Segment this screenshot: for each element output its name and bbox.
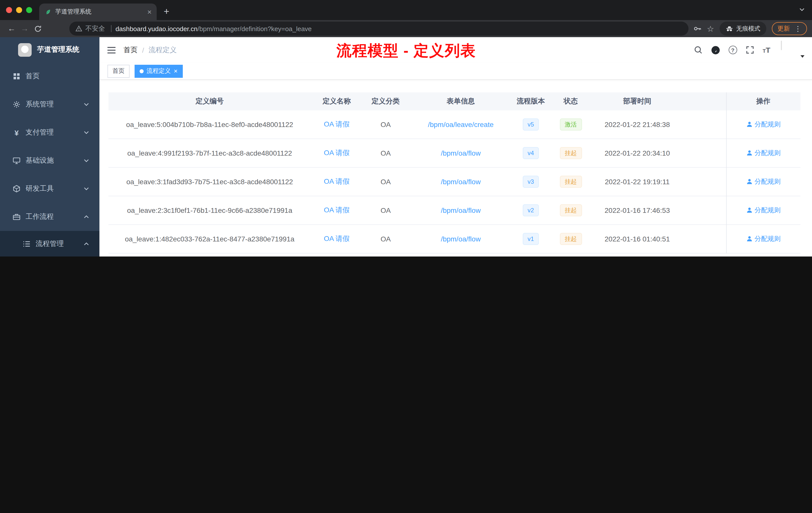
sidebar-item-label: 首页 <box>26 72 40 81</box>
active-dot <box>140 69 144 73</box>
sidebar-item-home[interactable]: 首页 <box>0 62 99 90</box>
app-logo[interactable]: 芋道管理系统 <box>0 37 99 62</box>
font-size-icon[interactable]: TT <box>762 46 770 54</box>
cell-definition-id: oa_leave:5:004b710b-7b8a-11ec-8ef0-acde4… <box>109 120 311 128</box>
version-tag: v1 <box>522 233 539 245</box>
sidebar-item-payment[interactable]: ¥ 支付管理 <box>0 118 99 147</box>
definition-name-link[interactable]: OA 请假 <box>311 234 362 243</box>
status-badge: 挂起 <box>560 147 582 159</box>
window-zoom-button[interactable] <box>26 7 32 13</box>
address-divider <box>111 25 112 32</box>
sidebar-item-process-manage[interactable]: 流程管理 <box>0 231 99 256</box>
github-icon[interactable] <box>711 46 720 55</box>
sidebar-item-infrastructure[interactable]: 基础设施 <box>0 147 99 175</box>
update-label: 更新 <box>777 24 790 33</box>
logo-avatar <box>18 43 32 57</box>
definition-name-link[interactable]: OA 请假 <box>311 149 362 158</box>
browser-menu-icon[interactable]: ⋮ <box>794 25 802 33</box>
tag-close-icon[interactable]: × <box>174 68 177 74</box>
fullscreen-icon[interactable] <box>746 46 754 54</box>
sidebar-collapse-button[interactable] <box>99 46 123 54</box>
table-row: oa_leave:5:004b710b-7b8a-11ec-8ef0-acde4… <box>109 111 801 139</box>
site-favicon-icon <box>44 8 51 15</box>
tag-label: 首页 <box>113 67 124 75</box>
password-key-icon[interactable] <box>693 25 701 33</box>
sidebar-top-block: 芋道管理系统 首页 系统管理 ¥ 支付管理 基 <box>0 37 99 231</box>
cell-definition-id: oa_leave:3:1fad3d93-7b75-11ec-a3c8-acde4… <box>109 178 311 186</box>
chevron-up-icon <box>83 214 89 220</box>
status-badge: 挂起 <box>560 176 582 188</box>
sidebar-item-label: 支付管理 <box>26 128 54 137</box>
address-bar[interactable]: 不安全 dashboard.yudao.iocoder.cn/bpm/manag… <box>69 22 688 36</box>
sidebar-item-devtools[interactable]: 研发工具 <box>0 175 99 203</box>
form-link[interactable]: /bpm/oa/flow <box>409 149 513 157</box>
breadcrumb-separator: / <box>142 46 144 54</box>
url-text[interactable]: dashboard.yudao.iocoder.cn/bpm/manager/d… <box>116 25 312 32</box>
bookmark-star-icon[interactable]: ☆ <box>707 24 714 33</box>
page-annotation: 流程模型 - 定义列表 <box>337 41 476 61</box>
assign-rule-link[interactable]: 分配规则 <box>746 149 781 158</box>
security-label[interactable]: 不安全 <box>85 24 105 33</box>
version-tag: v3 <box>522 176 539 188</box>
sidebar-item-system[interactable]: 系统管理 <box>0 90 99 118</box>
assign-rule-link[interactable]: 分配规则 <box>746 234 781 243</box>
form-link[interactable]: /bpm/oa/flow <box>409 178 513 186</box>
back-button[interactable]: ← <box>5 22 18 35</box>
form-link[interactable]: /bpm/oa/leave/create <box>409 120 513 128</box>
user-icon <box>746 207 753 214</box>
main-area: 首页 / 流程定义 流程模型 - 定义列表 ? TT <box>99 37 812 256</box>
table-row: oa_leave:1:482ec033-762a-11ec-8477-a2380… <box>109 225 801 253</box>
version-tag: v4 <box>522 147 539 159</box>
table-row: oa_leave:3:1fad3d93-7b75-11ec-a3c8-acde4… <box>109 168 801 196</box>
cell-deploy-time: 2022-01-22 20:34:10 <box>592 149 682 157</box>
form-link[interactable]: /bpm/oa/flow <box>409 235 513 243</box>
help-icon[interactable]: ? <box>728 46 737 54</box>
cell-category: OA <box>362 206 409 214</box>
tag-home[interactable]: 首页 <box>108 64 129 78</box>
user-avatar[interactable] <box>781 41 799 59</box>
assign-rule-link[interactable]: 分配规则 <box>746 206 781 215</box>
new-tab-button[interactable]: + <box>164 6 169 16</box>
breadcrumb: 首页 / 流程定义 <box>123 46 177 55</box>
cell-definition-id: oa_leave:4:991f2193-7b7f-11ec-a3c8-acde4… <box>109 149 311 157</box>
sidebar-item-workflow[interactable]: 工作流程 <box>0 203 99 231</box>
cell-definition-id: oa_leave:1:482ec033-762a-11ec-8477-a2380… <box>109 235 311 243</box>
sidebar-item-label: 流程管理 <box>36 239 64 248</box>
list-icon <box>23 240 31 248</box>
col-definition-id: 定义编号 <box>109 97 311 106</box>
breadcrumb-home[interactable]: 首页 <box>123 46 138 55</box>
not-secure-warning-icon <box>75 25 82 32</box>
sidebar-item-label: 研发工具 <box>26 184 54 193</box>
yen-icon: ¥ <box>12 128 21 137</box>
chevron-down-icon <box>83 129 89 135</box>
screen: 芋道管理系统 × + ← → 不安全 dashboard.yudao.iocod… <box>0 0 812 256</box>
tab-close-icon[interactable]: × <box>147 8 152 16</box>
window-close-button[interactable] <box>6 7 12 13</box>
table-header-row: 定义编号 定义名称 定义分类 表单信息 流程版本 状态 部署时间 操作 <box>109 92 801 111</box>
forward-button[interactable]: → <box>18 22 31 35</box>
definition-name-link[interactable]: OA 请假 <box>311 177 362 186</box>
chrome-update-chip[interactable]: 更新 ⋮ <box>772 22 807 35</box>
cell-category: OA <box>362 235 409 243</box>
tab-search-chevron-icon[interactable] <box>799 6 805 12</box>
box-icon <box>12 185 21 193</box>
avatar-caret-icon <box>801 55 805 58</box>
fixed-column-divider <box>726 92 727 253</box>
definition-name-link[interactable]: OA 请假 <box>311 120 362 129</box>
browser-toolbar: ← → 不安全 dashboard.yudao.iocoder.cn/bpm/m… <box>0 20 812 37</box>
cell-category: OA <box>362 120 409 128</box>
window-minimize-button[interactable] <box>16 7 22 13</box>
browser-tab[interactable]: 芋道管理系统 × <box>39 3 157 20</box>
user-icon <box>746 178 753 185</box>
assign-rule-link[interactable]: 分配规则 <box>746 177 781 186</box>
search-icon[interactable] <box>694 46 702 54</box>
cell-category: OA <box>362 149 409 157</box>
definition-name-link[interactable]: OA 请假 <box>311 206 362 215</box>
version-tag: v5 <box>522 118 539 130</box>
tag-process-definition[interactable]: 流程定义 × <box>135 64 182 78</box>
reload-button[interactable] <box>31 22 44 35</box>
form-link[interactable]: /bpm/oa/flow <box>409 206 513 214</box>
cell-definition-id: oa_leave:2:3c1f0ef1-76b1-11ec-9c66-a2380… <box>109 206 311 214</box>
app-shell: 芋道管理系统 首页 系统管理 ¥ 支付管理 基 <box>0 37 812 256</box>
assign-rule-link[interactable]: 分配规则 <box>746 120 781 129</box>
